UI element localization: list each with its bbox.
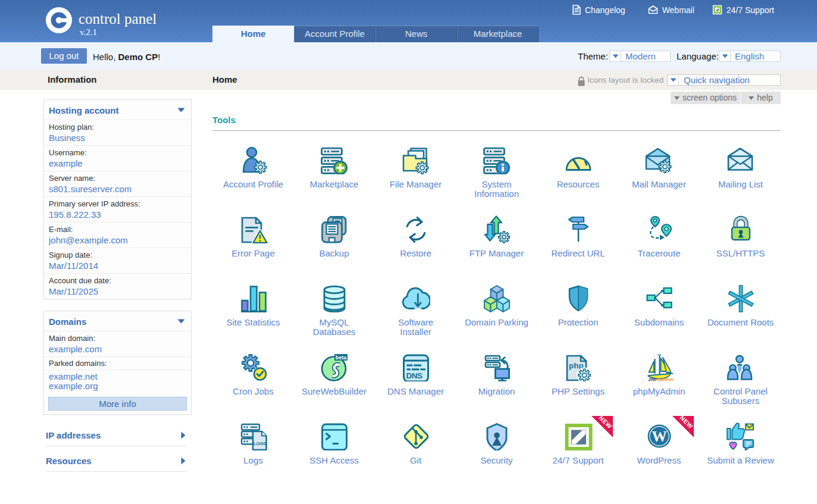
svg-text:phpMyAdmin: phpMyAdmin — [648, 377, 674, 381]
svg-text:W: W — [652, 428, 667, 445]
svg-text:beta: beta — [335, 355, 347, 361]
svg-text:DNS: DNS — [406, 371, 422, 380]
svg-text:LOGS: LOGS — [253, 441, 266, 446]
